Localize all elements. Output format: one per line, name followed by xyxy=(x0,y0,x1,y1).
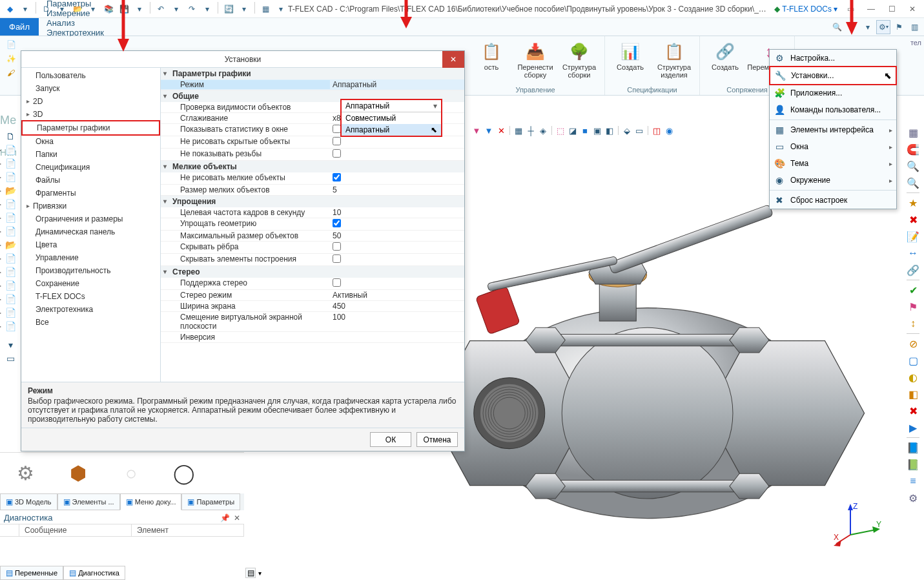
nav-item-3D[interactable]: 3D xyxy=(21,108,160,121)
rt-clear-icon[interactable]: ✖ xyxy=(906,212,920,227)
prop-group-Упрощения[interactable]: Упрощения xyxy=(161,196,464,207)
prop-row[interactable]: Поддержка стерео xyxy=(161,278,464,290)
qat-dropdown-icon[interactable]: ▾ xyxy=(18,2,32,16)
windows-icon[interactable]: ▦ xyxy=(258,2,272,16)
close-panel-icon[interactable]: ✕ xyxy=(234,513,240,523)
ribbon-collapse-icon[interactable]: ▭ xyxy=(841,2,859,16)
app-icon[interactable]: ◆ xyxy=(3,2,17,16)
qat-dd4[interactable]: ▾ xyxy=(132,2,147,16)
redo-dd[interactable]: ▾ xyxy=(200,2,214,16)
qat-dd6[interactable]: ▾ xyxy=(274,2,288,16)
rt-eq-icon[interactable]: ≡ xyxy=(906,474,920,488)
vp-axis-icon[interactable]: ┼ xyxy=(526,125,536,136)
rt-flag-icon[interactable]: ⚑ xyxy=(906,300,920,314)
flag-icon[interactable]: ⚑ xyxy=(892,20,906,34)
vp-iso-icon[interactable]: ⬙ xyxy=(622,125,632,136)
ls-icon-7[interactable]: 📄 xyxy=(5,212,16,223)
diag-col-header[interactable]: Элемент xyxy=(132,524,244,536)
minimize-icon[interactable]: — xyxy=(862,2,880,16)
tab-Анализ[interactable]: Анализ xyxy=(39,18,114,28)
menu-item-Окна[interactable]: ▭Окна▸ xyxy=(770,138,896,155)
part-thumb-4[interactable]: ◯ xyxy=(170,460,198,487)
prop-value[interactable]: Активный xyxy=(330,291,464,300)
nav-item-Запуск[interactable]: Запуск xyxy=(21,82,160,95)
ok-button[interactable]: ОК xyxy=(370,432,411,447)
menu-item-Элементы интерфейса[interactable]: ▦Элементы интерфейса▸ xyxy=(770,121,896,138)
search-ribbon-icon[interactable]: 🔍 xyxy=(830,20,844,34)
rt-note-icon[interactable]: 📝 xyxy=(906,229,920,243)
help-icon[interactable]: ? xyxy=(845,20,859,34)
btn-product-structure[interactable]: 📋Структура изделия xyxy=(654,39,694,86)
vp-filter2-icon[interactable]: ▼ xyxy=(484,125,494,136)
bottom-tab-Элементы ...[interactable]: ▣Элементы ... xyxy=(57,493,120,510)
nav-item-Пользователь[interactable]: Пользователь xyxy=(21,69,160,82)
prop-row[interactable]: Целевая частота кадров в секунду10 xyxy=(161,207,464,218)
prop-row[interactable]: Инверсия xyxy=(161,332,464,343)
ls-icon-13[interactable]: 📄 xyxy=(5,293,16,305)
btn-create-mate[interactable]: 🔗Создать xyxy=(705,39,745,86)
rt-pick-icon[interactable]: ★ xyxy=(906,196,920,210)
file-menu-button[interactable]: Файл xyxy=(0,18,39,36)
redo-icon[interactable]: ↷ xyxy=(185,2,199,16)
panel-icon[interactable]: ▥ xyxy=(907,20,921,34)
ls-icon-8[interactable]: 📄 xyxy=(5,225,16,237)
close-icon[interactable]: ✕ xyxy=(903,2,921,16)
rt-check-icon[interactable]: ✔ xyxy=(906,283,920,297)
dropdown-option[interactable]: Аппаратный⬉ xyxy=(342,124,441,136)
rt-dim-icon[interactable]: ↔ xyxy=(906,246,920,260)
status-tab-Диагностика[interactable]: ▤Диагностика xyxy=(63,566,125,580)
prop-value[interactable] xyxy=(330,254,464,265)
part-thumb-2[interactable]: ⬢ xyxy=(65,460,92,487)
nav-item-Окна[interactable]: Окна xyxy=(21,135,160,148)
ls-icon-10[interactable]: 📄 xyxy=(5,253,16,264)
vp-shaded-icon[interactable]: ■ xyxy=(580,125,590,136)
ls-icon-9[interactable]: 📂 xyxy=(5,239,16,251)
prop-value[interactable] xyxy=(330,242,464,253)
ls-icon-5[interactable]: 📂 xyxy=(5,185,16,196)
mode-dropdown-selected[interactable]: Аппаратный▾ xyxy=(342,100,441,112)
menu-item-Установки...[interactable]: 🔧Установки...⬉ xyxy=(769,66,897,85)
bottom-tab-3D Модель[interactable]: ▣3D Модель xyxy=(0,493,57,510)
prop-row[interactable]: Смещение виртуальной экранной плоскости1… xyxy=(161,312,464,332)
prop-group-Мелкие объекты[interactable]: Мелкие объекты xyxy=(161,161,464,172)
vp-view2-icon[interactable]: ▭ xyxy=(634,125,644,136)
nav-item-Спецификация[interactable]: Спецификация xyxy=(21,161,160,174)
prop-row[interactable]: Не показывать резьбы xyxy=(161,149,464,161)
maximize-icon[interactable]: ☐ xyxy=(883,2,901,16)
prop-group-Параметры графики[interactable]: Параметры графики xyxy=(161,68,464,79)
diag-col-header[interactable] xyxy=(0,524,19,536)
axis-gizmo[interactable]: Z Y X xyxy=(832,502,884,548)
qat-dd5[interactable]: ▾ xyxy=(237,2,251,16)
menu-item-Сброс настроек[interactable]: ✖Сброс настроек xyxy=(770,192,896,209)
bottom-tab-Меню доку...[interactable]: ▣Меню доку... xyxy=(120,493,182,510)
prop-row[interactable]: РежимАппаратный xyxy=(161,79,464,90)
vp-section-icon[interactable]: ◫ xyxy=(652,125,662,136)
rt-magnet-icon[interactable]: 🧲 xyxy=(906,142,920,156)
nav-item-Папки[interactable]: Папки xyxy=(21,148,160,161)
prop-value[interactable]: 5 xyxy=(330,185,464,194)
vp-measure-icon[interactable]: ◉ xyxy=(664,125,674,136)
nav-item-T-FLEX DOCs[interactable]: T-FLEX DOCs xyxy=(21,290,160,303)
prop-value[interactable] xyxy=(330,137,464,147)
btn-ost[interactable]: 📋ость xyxy=(471,39,511,86)
ls-icon-3[interactable]: 📄 xyxy=(5,158,16,169)
prop-value[interactable] xyxy=(330,173,464,183)
rt-dim2-icon[interactable]: ↕ xyxy=(906,316,920,331)
nav-item-Фрагменты[interactable]: Фрагменты xyxy=(21,187,160,200)
ls-icon-6[interactable]: 📄 xyxy=(5,198,16,210)
vp-snap-icon[interactable]: ◈ xyxy=(538,125,548,136)
dropdown-option[interactable]: Совместимый xyxy=(342,112,441,124)
status-menu-icon[interactable]: ▤ xyxy=(245,568,256,578)
part-thumb-3[interactable]: ○ xyxy=(118,460,145,487)
ls-icon-2[interactable]: 📄 xyxy=(5,144,16,156)
ls-icon-17[interactable]: ▭ xyxy=(5,353,16,364)
rt-remove-icon[interactable]: ⊘ xyxy=(906,337,920,351)
rt-grid-icon[interactable]: ▦ xyxy=(906,125,920,140)
rt-del-icon[interactable]: ✖ xyxy=(906,404,920,418)
prop-value[interactable]: 450 xyxy=(330,302,464,311)
prop-row[interactable]: Скрывать рёбра xyxy=(161,242,464,254)
btn-create-spec[interactable]: 📊Создать xyxy=(610,39,650,86)
ls-icon-4[interactable]: 📄 xyxy=(5,171,16,183)
vp-wireframe-icon[interactable]: ⬚ xyxy=(555,125,566,136)
rt-zoom-in-icon[interactable]: 🔍 xyxy=(906,176,920,190)
